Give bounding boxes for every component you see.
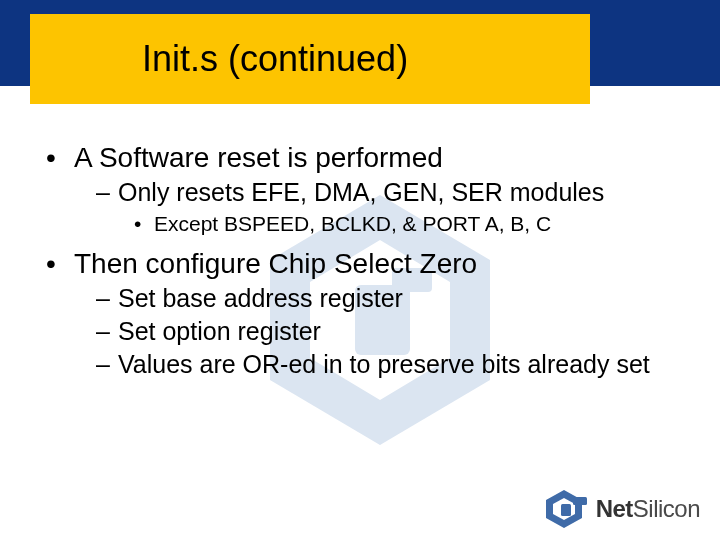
bullet-lvl2: Set base address register bbox=[96, 283, 670, 314]
slide: Init.s (continued) A Software reset is p… bbox=[0, 0, 720, 540]
brand-net: Net bbox=[596, 495, 633, 522]
bullet-text: Only resets EFE, DMA, GEN, SER modules bbox=[118, 178, 604, 206]
bullet-lvl1: A Software reset is performed Only reset… bbox=[50, 140, 670, 238]
bullet-text: Values are OR-ed in to preserve bits alr… bbox=[118, 350, 650, 378]
bullet-text: A Software reset is performed bbox=[74, 142, 443, 173]
bullet-text: Except BSPEED, BCLKD, & PORT A, B, C bbox=[154, 212, 551, 235]
brand-logo-text: NetSilicon bbox=[596, 495, 700, 523]
bullet-text: Then configure Chip Select Zero bbox=[74, 248, 477, 279]
bullet-list: A Software reset is performed Only reset… bbox=[50, 140, 670, 380]
bullet-lvl2: Values are OR-ed in to preserve bits alr… bbox=[96, 349, 670, 380]
brand-logo: NetSilicon bbox=[544, 490, 700, 528]
bullet-lvl3: Except BSPEED, BCLKD, & PORT A, B, C bbox=[134, 210, 670, 237]
svg-rect-2 bbox=[573, 497, 587, 505]
title-box: Init.s (continued) bbox=[30, 14, 590, 104]
brand-silicon: Silicon bbox=[633, 495, 700, 522]
bullet-lvl2: Set option register bbox=[96, 316, 670, 347]
bullet-text: Set base address register bbox=[118, 284, 403, 312]
svg-rect-3 bbox=[561, 504, 571, 516]
bullet-text: Set option register bbox=[118, 317, 321, 345]
slide-title: Init.s (continued) bbox=[142, 38, 408, 80]
bullet-lvl2: Only resets EFE, DMA, GEN, SER modules E… bbox=[96, 177, 670, 238]
bullet-lvl1: Then configure Chip Select Zero Set base… bbox=[50, 246, 670, 381]
brand-logo-icon bbox=[544, 490, 590, 528]
slide-body: A Software reset is performed Only reset… bbox=[50, 140, 670, 386]
